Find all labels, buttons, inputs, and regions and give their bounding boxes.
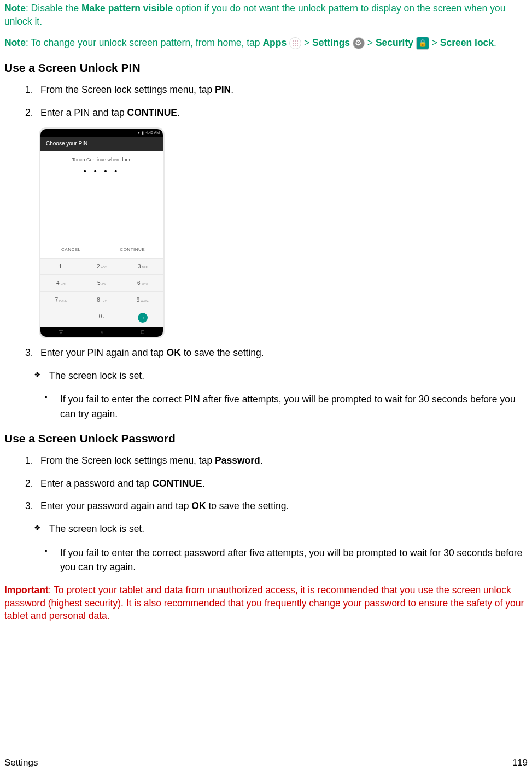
note-label: Note [4, 3, 26, 14]
page-footer: Settings 119 [4, 757, 528, 769]
key-next[interactable]: → [122, 308, 163, 327]
key-4[interactable]: 4GHI [40, 274, 81, 291]
phone-screenshot: ▾ ▮ 4:46 AM Choose your PIN Touch Contin… [40, 129, 163, 337]
pin-result: The screen lock is set. [4, 370, 528, 383]
phone-keypad: 1 2ABC 3DEF 4GHI 5JKL 6MNO 7PQRS 8TUV 9W… [40, 258, 163, 328]
nav-home-icon[interactable]: ○ [101, 329, 103, 335]
security-text: Security [376, 37, 413, 48]
pin-fail-text: If you fail to enter the correct PIN aft… [45, 392, 528, 421]
pw-step-2: 2. Enter a password and tap CONTINUE. [25, 477, 528, 490]
phone-statusbar: ▾ ▮ 4:46 AM [40, 129, 163, 137]
footer-section: Settings [4, 757, 38, 769]
lock-set-text: The screen lock is set. [34, 370, 528, 383]
important-label: Important [4, 585, 49, 595]
note-label: Note [4, 37, 26, 48]
phone-title: Choose your PIN [40, 137, 163, 151]
status-time: 4:46 AM [145, 130, 160, 135]
footer-page-number: 119 [512, 757, 528, 769]
settings-icon: ⚙ [353, 37, 365, 49]
pw-fail-note: If you fail to enter the correct passwor… [4, 546, 528, 575]
note-change-pattern: Note: To change your unlock screen patte… [4, 37, 528, 50]
key-1[interactable]: 1 [40, 258, 81, 275]
key-5[interactable]: 5JKL [81, 274, 122, 291]
cancel-button[interactable]: CANCEL [40, 242, 102, 258]
continue-button[interactable]: CONTINUE [102, 242, 163, 258]
security-lock-icon: 🔒 [416, 37, 429, 50]
apps-icon [289, 37, 301, 49]
key-9[interactable]: 9WXYZ [122, 291, 163, 308]
heading-unlock-password: Use a Screen Unlock Password [4, 431, 528, 446]
nav-recent-icon[interactable]: □ [141, 329, 144, 335]
pw-step-3: 3. Enter your password again and tap OK … [25, 500, 528, 513]
wifi-icon: ▾ [138, 130, 140, 135]
pin-fail-note: If you fail to enter the correct PIN aft… [4, 392, 528, 421]
settings-text: Settings [312, 37, 350, 48]
phone-instruction: Touch Continue when done [40, 151, 163, 166]
heading-unlock-pin: Use a Screen Unlock PIN [4, 60, 528, 75]
key-7[interactable]: 7PQRS [40, 291, 81, 308]
pin-input-dots: • • • • [40, 166, 163, 180]
pw-step-1: 1. From the Screen lock settings menu, t… [25, 454, 528, 468]
phone-navbar: ▽ ○ □ [40, 327, 163, 337]
important-note: Important: To protect your tablet and da… [4, 584, 528, 623]
pin-steps-continued: 3. Enter your PIN again and tap OK to sa… [4, 347, 528, 360]
pw-fail-text: If you fail to enter the correct passwor… [45, 546, 528, 575]
key-3[interactable]: 3DEF [122, 258, 163, 275]
pw-steps: 1. From the Screen lock settings menu, t… [4, 454, 528, 513]
key-8[interactable]: 8TUV [81, 291, 122, 308]
pin-step-2: 2. Enter a PIN and tap CONTINUE. [25, 107, 528, 120]
note-pattern-visible: Note: Disable the Make pattern visible o… [4, 2, 528, 28]
key-0[interactable]: 0+ [81, 308, 122, 327]
nav-back-icon[interactable]: ▽ [59, 329, 63, 335]
pin-steps: 1. From the Screen lock settings menu, t… [4, 84, 528, 119]
screenlock-text: Screen lock [440, 37, 494, 48]
note-bold: Make pattern visible [81, 3, 173, 14]
key-6[interactable]: 6MNO [122, 274, 163, 291]
pin-step-1: 1. From the Screen lock settings menu, t… [25, 84, 528, 97]
pw-result: The screen lock is set. [4, 523, 528, 536]
pw-lock-set-text: The screen lock is set. [34, 523, 528, 536]
next-arrow-icon: → [138, 313, 148, 323]
key-empty [40, 308, 81, 327]
phone-button-row: CANCEL CONTINUE [40, 242, 163, 258]
battery-icon: ▮ [142, 130, 144, 135]
key-2[interactable]: 2ABC [81, 258, 122, 275]
apps-text: Apps [262, 37, 287, 48]
pin-step-3: 3. Enter your PIN again and tap OK to sa… [25, 347, 528, 360]
